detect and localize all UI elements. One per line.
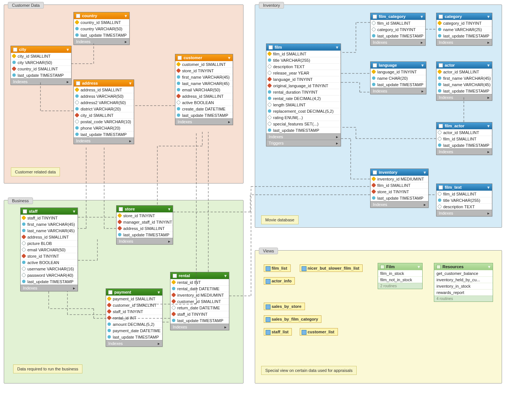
indexes-section[interactable]: Indexes▸ (175, 118, 233, 125)
region-label: Customer Data (8, 2, 44, 9)
collapse-icon[interactable]: ▾ (168, 207, 170, 212)
table-film-category[interactable]: film_category▾film_id SMALLINTcategory_i… (370, 13, 426, 46)
collapse-icon[interactable]: ▾ (421, 63, 424, 68)
collapse-icon[interactable]: ▾ (73, 209, 75, 214)
collapse-icon[interactable]: ▾ (424, 170, 426, 175)
table-header[interactable]: film_text▾ (436, 184, 492, 191)
collapse-icon[interactable]: ▾ (224, 273, 227, 278)
table-header[interactable]: film_actor▾ (436, 122, 492, 129)
table-column: payment_id SMALLINT (106, 296, 162, 302)
column-type-icon (108, 329, 111, 332)
table-column: address_id SMALLINT (175, 93, 233, 99)
column-type-icon (171, 312, 176, 316)
region-label: Business (8, 197, 33, 204)
table-staff[interactable]: staff▾staff_id TINYINTfirst_name VARCHAR… (20, 207, 78, 291)
collapse-icon[interactable]: ▾ (67, 47, 69, 52)
view-film-list[interactable]: film_list (264, 264, 291, 272)
collapse-icon[interactable]: ▾ (421, 14, 423, 19)
column-type-icon (75, 20, 79, 25)
collapse-icon[interactable]: ▾ (228, 55, 230, 60)
table-rental[interactable]: rental▾rental_id INTrental_date DATETIME… (170, 272, 229, 330)
table-actor[interactable]: actor▾actor_id SMALLINTfirst_name VARCHA… (436, 61, 492, 101)
table-name: film (275, 45, 282, 49)
indexes-section[interactable]: Indexes▸ (371, 39, 425, 45)
indexes-section[interactable]: Indexes▸ (436, 39, 492, 45)
table-column: first_name VARCHAR(45) (175, 74, 233, 80)
table-header[interactable]: staff▾ (21, 208, 78, 215)
indexes-section[interactable]: Indexes▸ (371, 88, 426, 94)
table-column: title VARCHAR(255) (266, 57, 341, 63)
table-icon (76, 14, 80, 18)
table-store[interactable]: store▾store_id TINYINTmanager_staff_id T… (116, 205, 173, 245)
table-header[interactable]: city▾ (11, 46, 71, 53)
indexes-section[interactable]: Indexes▸ (436, 148, 492, 155)
column-type-icon (21, 247, 26, 252)
collapse-icon[interactable]: ▾ (158, 290, 160, 295)
column-type-icon (75, 133, 79, 136)
table-column: last_update TIMESTAMP (436, 142, 492, 148)
indexes-section[interactable]: Indexes▸ (74, 137, 134, 144)
view-staff-list[interactable]: staff_list (264, 328, 292, 336)
region-label: Views (259, 248, 278, 254)
column-type-icon (75, 119, 79, 124)
table-column: city_id SMALLINT (11, 53, 71, 59)
indexes-section[interactable]: Indexes▸ (21, 285, 78, 291)
collapse-icon[interactable]: ▾ (487, 14, 490, 19)
indexes-section[interactable]: Indexes▸ (11, 78, 71, 85)
routine-group-resources[interactable]: Resources▾ get_customer_balance inventor… (434, 263, 493, 302)
table-header[interactable]: category▾ (436, 13, 492, 20)
collapse-icon[interactable]: ▾ (336, 45, 338, 50)
collapse-icon[interactable]: ▾ (487, 124, 490, 128)
collapse-icon[interactable]: ▾ (129, 81, 132, 86)
table-header[interactable]: payment▾ (106, 289, 162, 296)
table-payment[interactable]: payment▾payment_id SMALLINTcustomer_id S… (106, 288, 163, 347)
table-film-text[interactable]: film_text▾film_id SMALLINTtitle VARCHAR(… (436, 184, 492, 216)
indexes-section[interactable]: Indexes▸ (371, 201, 428, 207)
table-film[interactable]: film▾film_id SMALLINTtitle VARCHAR(255)d… (266, 43, 341, 146)
table-column: name CHAR(20) (371, 75, 426, 81)
table-customer[interactable]: customer▾customer_id SMALLINTstore_id TI… (175, 54, 233, 125)
table-header[interactable]: inventory▾ (371, 169, 428, 176)
table-column: film_id SMALLINT (266, 51, 341, 57)
table-header[interactable]: language▾ (371, 62, 426, 69)
table-header[interactable]: film▾ (266, 44, 341, 51)
indexes-section[interactable]: Indexes▸ (74, 38, 129, 45)
chevron-right-icon: ▸ (129, 139, 132, 143)
collapse-icon[interactable]: ▾ (487, 63, 490, 68)
table-film-actor[interactable]: film_actor▾actor_id SMALLINTfilm_id SMAL… (436, 122, 492, 155)
indexes-section[interactable]: Indexes▸ (106, 340, 162, 346)
table-address[interactable]: address▾address_id SMALLINTaddress VARCH… (73, 79, 134, 144)
indexes-section[interactable]: Indexes▸ (436, 94, 492, 100)
table-header[interactable]: store▾ (117, 206, 173, 212)
collapse-icon[interactable]: ▾ (125, 13, 127, 18)
view-customer-list[interactable]: customer_list (300, 328, 338, 336)
table-city[interactable]: city▾city_id SMALLINTcity VARCHAR(50)cou… (10, 46, 72, 85)
triggers-section[interactable]: Triggers▸ (266, 140, 341, 146)
table-column: last_update TIMESTAMP (117, 231, 173, 238)
view-sales-by-store[interactable]: sales_by_store (264, 303, 305, 310)
view-nicer-but-slower-film-list[interactable]: nicer_but_slower_film_list (300, 264, 363, 272)
routine-group-film[interactable]: Film▾ film_in_stock film_not_in_stock 2 … (378, 263, 423, 289)
view-actor-info[interactable]: actor_info (264, 277, 295, 285)
table-header[interactable]: country▾ (74, 12, 129, 19)
table-inventory[interactable]: inventory▾inventory_id MEDIUMINTfilm_id … (370, 169, 429, 208)
view-sales-by-film-category[interactable]: sales_by_film_category (264, 315, 321, 323)
chevron-right-icon: ▸ (487, 149, 490, 154)
column-type-icon (75, 33, 79, 37)
chevron-right-icon: ▸ (487, 211, 490, 216)
column-type-icon (372, 196, 375, 200)
indexes-section[interactable]: Indexes▸ (436, 210, 492, 216)
table-category[interactable]: category▾category_id TINYINTname VARCHAR… (436, 13, 492, 46)
indexes-section[interactable]: Indexes▸ (266, 133, 341, 140)
column-type-icon (21, 254, 26, 258)
indexes-section[interactable]: Indexes▸ (170, 324, 229, 330)
table-language[interactable]: language▾language_id TINYINTname CHAR(20… (370, 61, 426, 94)
table-header[interactable]: address▾ (74, 80, 134, 87)
table-header[interactable]: customer▾ (175, 54, 233, 61)
table-header[interactable]: actor▾ (436, 62, 492, 69)
indexes-section[interactable]: Indexes▸ (117, 238, 173, 244)
collapse-icon[interactable]: ▾ (487, 185, 490, 190)
table-header[interactable]: film_category▾ (371, 13, 425, 20)
table-country[interactable]: country▾country_id SMALLINTcountry VARCH… (73, 12, 130, 45)
table-header[interactable]: rental▾ (170, 272, 229, 279)
